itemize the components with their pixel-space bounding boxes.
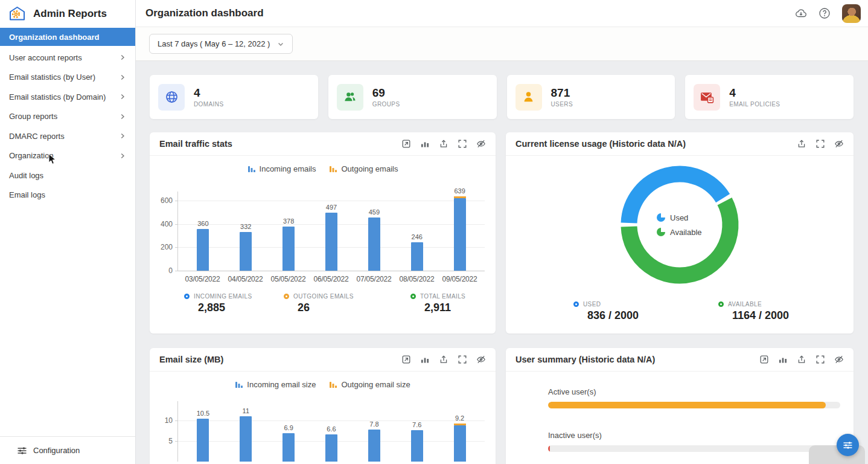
incoming-bar-segment[interactable] <box>411 430 423 462</box>
share-icon[interactable] <box>797 139 806 149</box>
traffic-summary-stats: INCOMING EMAILS2,885OUTGOING EMAILS26TOT… <box>150 293 496 314</box>
incoming-bar-segment[interactable] <box>240 416 252 462</box>
bar-value-label: 6.9 <box>284 424 293 431</box>
stat-value: 4 <box>194 86 223 100</box>
fullscreen-icon[interactable] <box>458 139 467 149</box>
y-tick-label: 600 <box>161 196 173 205</box>
sidebar-nav: Organization dashboardUser account repor… <box>0 27 135 436</box>
bar-chart-icon[interactable] <box>778 355 788 364</box>
card-title: Email traffic stats <box>159 139 232 149</box>
bar-slot: 378 <box>267 218 310 271</box>
legend-item-used[interactable]: Used <box>657 213 688 222</box>
user-avatar[interactable] <box>842 4 861 23</box>
sidebar-item-audit-logs[interactable]: Audit logs <box>0 166 135 185</box>
popout-icon[interactable] <box>401 139 411 149</box>
sidebar-item-email-statistics-by-user[interactable]: Email statistics (by User) <box>0 68 135 88</box>
stat-ring-icon <box>184 294 190 299</box>
incoming-bar-segment[interactable] <box>368 430 380 462</box>
chevron-right-icon <box>119 74 126 81</box>
cloud-download-icon[interactable] <box>795 7 807 19</box>
progress-track <box>548 445 840 452</box>
bar-slot: 9.2 <box>438 414 481 462</box>
card-email-size: Email size (MB) Incoming email sizeOutgo… <box>150 348 496 464</box>
sidebar-item-label: Email statistics (by Domain) <box>9 92 106 102</box>
card-actions <box>401 139 486 149</box>
sidebar-item-label: Group reports <box>9 112 57 121</box>
share-icon[interactable] <box>439 139 448 149</box>
hide-icon[interactable] <box>476 139 486 149</box>
share-icon[interactable] <box>439 355 448 364</box>
popout-icon[interactable] <box>401 355 411 364</box>
date-range-filter[interactable]: Last 7 days ( May 6 – 12, 2022 ) <box>149 34 293 54</box>
legend-item-outgoing-emails[interactable]: Outgoing emails <box>329 164 398 173</box>
card-title: Current license usage (Historic data N/A… <box>515 139 686 149</box>
incoming-bar-segment[interactable] <box>325 434 337 462</box>
incoming-bar-segment[interactable] <box>411 242 423 271</box>
fullscreen-icon[interactable] <box>815 355 825 364</box>
progress-fill[interactable] <box>548 402 826 408</box>
fullscreen-icon[interactable] <box>458 355 467 364</box>
y-tick-label: 200 <box>161 243 173 251</box>
sidebar-item-email-logs[interactable]: Email logs <box>0 185 135 205</box>
incoming-bar-segment[interactable] <box>197 419 209 462</box>
stat-cards-row: 4DOMAINS69GROUPS871USERS4EMAIL POLICIES <box>150 75 854 119</box>
legend-item-incoming-email-size[interactable]: Incoming email size <box>235 379 316 389</box>
summary-stat-label: INCOMING EMAILS <box>194 293 252 300</box>
bar-value-label: 360 <box>197 220 208 227</box>
bar-slot: 7.6 <box>395 421 438 462</box>
app-logo-icon <box>8 5 27 22</box>
bar-chart-icon[interactable] <box>420 139 430 149</box>
hide-icon[interactable] <box>834 355 844 364</box>
incoming-bar-segment[interactable] <box>197 229 209 271</box>
fullscreen-icon[interactable] <box>815 139 825 149</box>
incoming-bar-segment[interactable] <box>325 213 337 271</box>
chart-settings-fab[interactable] <box>837 434 859 456</box>
sidebar-item-organization-dashboard[interactable]: Organization dashboard <box>0 28 135 46</box>
sliders-icon <box>843 441 853 450</box>
hide-icon[interactable] <box>834 139 844 149</box>
bar-value-label: 11 <box>243 407 249 414</box>
x-axis-label: 09/05/2022 <box>438 275 481 283</box>
help-icon[interactable] <box>819 7 831 19</box>
x-axis-label: 07/05/2022 <box>353 275 395 283</box>
legend-item-incoming-emails[interactable]: Incoming emails <box>247 164 316 173</box>
user-summary-row-active-user-s: Active user(s) <box>548 387 840 408</box>
bar-chart-icon[interactable] <box>420 355 430 364</box>
bar-value-label: 6.6 <box>327 425 336 433</box>
bar-slot: 11 <box>225 407 267 462</box>
hide-icon[interactable] <box>476 355 486 364</box>
incoming-bar-segment[interactable] <box>454 198 466 271</box>
chevron-right-icon <box>119 113 126 120</box>
summary-stat-available: AVAILABLE1164 / 2000 <box>718 301 854 322</box>
sidebar-item-configuration[interactable]: Configuration <box>0 436 135 464</box>
user-summary-bars: Active user(s)Inactive user(s) <box>506 387 854 452</box>
legend-item-outgoing-email-size[interactable]: Outgoing email size <box>329 379 410 389</box>
stat-ring-icon <box>718 301 724 307</box>
bar-slot: 497 <box>310 204 353 271</box>
incoming-bar-segment[interactable] <box>454 425 466 462</box>
sidebar-item-dmarc-reports[interactable]: DMARC reports <box>0 126 135 146</box>
bar-value-label: 246 <box>412 233 423 240</box>
summary-stat-value: 1164 / 2000 <box>732 309 854 322</box>
sidebar-item-email-statistics-by-domain[interactable]: Email statistics (by Domain) <box>0 87 135 107</box>
sidebar-item-organization[interactable]: Organization <box>0 146 135 166</box>
share-icon[interactable] <box>797 355 806 364</box>
sidebar-item-user-account-reports[interactable]: User account reports <box>0 48 135 68</box>
legend-item-available[interactable]: Available <box>657 228 702 237</box>
bar-slot: 639 <box>438 187 481 271</box>
summary-stat-label: AVAILABLE <box>728 301 762 308</box>
sidebar-item-group-reports[interactable]: Group reports <box>0 107 135 127</box>
incoming-bar-segment[interactable] <box>240 232 252 271</box>
x-axis-label: 03/05/2022 <box>181 275 224 283</box>
popout-icon[interactable] <box>759 355 769 364</box>
incoming-bar-segment[interactable] <box>368 218 380 271</box>
card-header: Email traffic stats <box>150 132 496 156</box>
email-policy-icon <box>694 84 720 111</box>
progress-fill[interactable] <box>548 445 550 452</box>
card-title: User summary (Historic data N/A) <box>515 355 655 364</box>
chevron-down-icon <box>277 40 284 48</box>
bar-slot: 360 <box>182 220 225 271</box>
x-axis-label: 08/05/2022 <box>395 275 438 283</box>
incoming-bar-segment[interactable] <box>282 433 295 462</box>
incoming-bar-segment[interactable] <box>282 227 295 271</box>
